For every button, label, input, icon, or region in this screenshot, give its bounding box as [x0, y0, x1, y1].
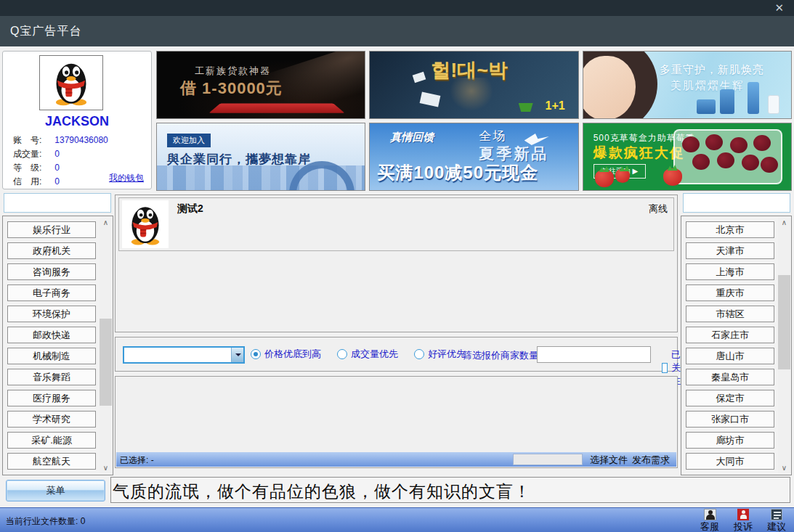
city-button[interactable]: 秦皇岛市	[686, 369, 774, 385]
customer-service-icon	[704, 509, 716, 520]
publish-panel: 已选择: - 选择文件 发布需求	[115, 376, 678, 468]
city-button[interactable]: 保定市	[686, 390, 774, 406]
industry-button[interactable]: 电子商务	[7, 285, 96, 301]
scrollbar-thumb[interactable]	[100, 319, 112, 406]
summer-banner-line1: 真情回馈	[390, 131, 434, 144]
radio-icon[interactable]	[414, 349, 424, 359]
scrollbar-thumb[interactable]	[778, 275, 790, 369]
industry-search-input[interactable]	[4, 193, 111, 213]
volume-label: 成交量:	[13, 148, 52, 160]
strawberry-banner-line2: 爆款疯狂大促	[594, 144, 685, 163]
city-button[interactable]: 唐山市	[686, 348, 774, 364]
city-list: 北京市 天津市 上海市 重庆市 市辖区 石家庄市 唐山市 秦皇岛市 保定市 张家…	[684, 218, 776, 474]
banner-ad-strawberry[interactable]: 500克草莓盒力助草莓季 爆款疯狂大促 前往采购 ▶	[583, 123, 792, 191]
radio-volume-first[interactable]: 成交量优先	[337, 348, 398, 361]
radio-price-low-to-high[interactable]: 价格优底到高	[251, 348, 321, 361]
falling-man-graphic	[450, 78, 493, 111]
sort-combobox[interactable]	[123, 346, 245, 364]
banner-ad-loan[interactable]: 工薪族贷款神器 借 1-30000元	[156, 51, 365, 119]
banner-ad-summer-sale[interactable]: 真情回馈 全场 夏季新品 买满100减50元现金	[369, 123, 578, 191]
merchant-count-input[interactable]	[537, 346, 651, 363]
suggestion-button[interactable]: 建议	[763, 509, 790, 532]
summer-banner-offer: 买满100减50元现金	[377, 161, 538, 184]
seller-status: 离线	[649, 202, 668, 216]
status-actions: 客服 投诉 建议	[697, 509, 790, 532]
window-titlebar: ✕	[0, 0, 794, 16]
menu-button[interactable]: 菜单	[6, 480, 105, 502]
account-value: 13790436080	[54, 135, 108, 145]
publish-bar: 已选择: - 选择文件 发布需求	[116, 452, 676, 467]
checkbox-icon[interactable]	[662, 363, 668, 373]
city-button[interactable]: 重庆市	[686, 285, 774, 301]
scroll-up-icon[interactable]: ∧	[778, 217, 790, 229]
banner-ad-korean[interactable]: 헐!대~박 1+1	[369, 51, 578, 119]
banner-ad-business[interactable]: 欢迎加入 與企業同行，攜夢想靠岸	[156, 123, 365, 191]
industry-button[interactable]: 娱乐行业	[7, 221, 96, 238]
scroll-down-icon[interactable]: ∨	[778, 462, 790, 474]
upload-progress-bar	[513, 454, 583, 465]
industry-button[interactable]: 政府机关	[7, 242, 96, 259]
selected-file-label: 已选择: -	[120, 454, 154, 467]
cosmetic-bottle-graphic	[768, 95, 779, 114]
wallet-link[interactable]: 我的钱包	[109, 172, 144, 184]
customer-service-button[interactable]: 客服	[697, 509, 723, 532]
marquee-banner: 气质的流氓，做个有品位的色狼，做个有知识的文盲！	[110, 477, 790, 503]
city-search-input[interactable]	[683, 193, 790, 213]
choose-file-button[interactable]: 选择文件	[590, 454, 628, 467]
skincare-banner-line1: 多重守护，新肌焕亮	[660, 63, 764, 77]
city-button[interactable]: 天津市	[686, 242, 774, 259]
scroll-down-icon[interactable]: ∨	[100, 462, 112, 474]
industry-button[interactable]: 机械制造	[7, 348, 96, 364]
city-button[interactable]: 廊坊市	[686, 432, 774, 449]
seller-list-item[interactable]: 测试2 离线	[118, 197, 674, 251]
city-button[interactable]: 石家庄市	[686, 327, 774, 343]
level-label: 等 级:	[13, 162, 52, 174]
strawberry-graphic	[663, 168, 682, 186]
qq-penguin-icon	[124, 202, 166, 247]
radio-label: 价格优底到高	[264, 348, 321, 361]
banner-ad-skincare[interactable]: 多重守护，新肌焕亮 美肌熠熠生辉	[583, 51, 792, 119]
suggestion-label: 建议	[767, 520, 786, 532]
bank-card-graphic	[208, 104, 344, 113]
cosmetic-jar-graphic	[697, 99, 716, 114]
app-header: Q宝广告平台	[0, 16, 794, 46]
industry-button[interactable]: 采矿.能源	[7, 432, 96, 449]
city-button[interactable]: 市辖区	[686, 306, 774, 322]
industry-button[interactable]: 咨询服务	[7, 263, 96, 280]
industry-list: 娱乐行业 政府机关 咨询服务 电子商务 环境保护 邮政快递 机械制造 音乐舞蹈 …	[6, 218, 97, 474]
fruit-box-graphic	[673, 129, 782, 184]
account-label: 账 号:	[13, 134, 52, 147]
city-button[interactable]: 北京市	[686, 221, 774, 238]
banner-grid: 工薪族贷款神器 借 1-30000元 헐!대~박 1+1 多重守护，新肌焕亮 美…	[156, 51, 792, 191]
paper-graphic	[420, 91, 441, 107]
industry-button[interactable]: 音乐舞蹈	[7, 369, 96, 385]
close-icon[interactable]: ✕	[774, 1, 784, 15]
industry-button[interactable]: 医疗服务	[7, 390, 96, 406]
merchant-count-label: 筛选报价商家数量:	[463, 349, 541, 362]
level-value: 0	[54, 163, 60, 173]
seller-name: 测试2	[177, 202, 203, 216]
city-button[interactable]: 大同市	[686, 453, 774, 470]
summer-banner-line2: 全场	[479, 128, 506, 144]
chevron-down-icon[interactable]	[231, 348, 243, 362]
radio-selected-icon[interactable]	[251, 349, 261, 359]
qq-penguin-icon	[48, 58, 94, 107]
radio-rating-first[interactable]: 好评优先	[414, 348, 466, 361]
city-scrollbar[interactable]: ∧ ∨	[778, 217, 790, 474]
paper-graphic	[413, 72, 426, 83]
industry-button[interactable]: 环境保护	[7, 306, 96, 322]
industry-button[interactable]: 航空航天	[7, 453, 96, 470]
publish-request-button[interactable]: 发布需求	[632, 454, 670, 467]
industry-button[interactable]: 学术研究	[7, 411, 96, 427]
complaint-button[interactable]: 投诉	[730, 509, 756, 532]
industry-scrollbar[interactable]: ∧ ∨	[100, 217, 112, 474]
industry-file-count: 当前行业文件数量: 0	[6, 515, 85, 528]
scroll-up-icon[interactable]: ∧	[100, 217, 112, 229]
industry-list-panel: 娱乐行业 政府机关 咨询服务 电子商务 环境保护 邮政快递 机械制造 音乐舞蹈 …	[2, 216, 113, 475]
basket-icon	[519, 103, 533, 112]
cosmetic-bottle-graphic	[748, 82, 759, 114]
industry-button[interactable]: 邮政快递	[7, 327, 96, 343]
city-button[interactable]: 张家口市	[686, 411, 774, 427]
radio-icon[interactable]	[337, 349, 347, 359]
city-button[interactable]: 上海市	[686, 263, 774, 280]
